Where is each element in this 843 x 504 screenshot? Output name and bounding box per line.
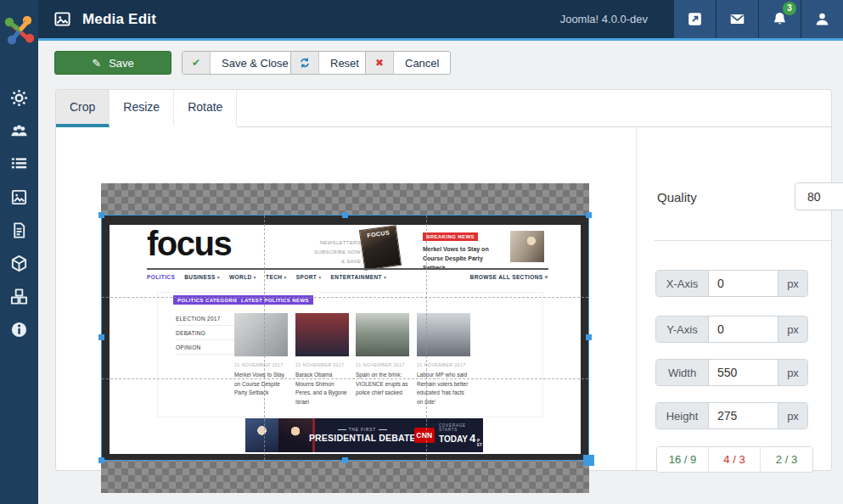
- sidebar-item-content[interactable]: [0, 214, 38, 247]
- rule-of-thirds-line: [102, 378, 588, 379]
- close-icon: ✖: [366, 52, 394, 74]
- list-icon: [10, 155, 28, 173]
- height-field: Height px: [655, 402, 808, 429]
- edit-tabs: Crop Resize Rotate: [56, 90, 831, 127]
- y-axis-unit: px: [778, 316, 807, 342]
- rule-of-thirds-line: [102, 297, 588, 298]
- cancel-button[interactable]: ✖ Cancel: [365, 51, 451, 75]
- section-divider: [655, 240, 831, 241]
- tab-resize[interactable]: Resize: [110, 90, 174, 127]
- external-link-icon: [687, 11, 703, 27]
- panel-divider: [636, 128, 637, 470]
- media-image-icon: [53, 10, 71, 28]
- crop-handle-se[interactable]: [583, 455, 594, 466]
- ratio-4-3-button[interactable]: 4 / 3: [709, 447, 761, 472]
- info-icon: [10, 321, 28, 339]
- height-unit: px: [778, 403, 807, 428]
- topbar-accent-line: [38, 38, 843, 41]
- crop-handle-n[interactable]: [342, 212, 348, 218]
- ratio-16-9-button[interactable]: 16 / 9: [657, 447, 709, 472]
- page-title: Media Edit: [82, 11, 156, 28]
- ratio-2-3-button[interactable]: 2 / 3: [761, 447, 812, 472]
- crop-handle-s[interactable]: [342, 457, 348, 463]
- image-file-icon: [10, 188, 28, 206]
- cancel-label: Cancel: [394, 52, 450, 74]
- y-axis-label: Y-Axis: [656, 316, 709, 342]
- x-axis-input[interactable]: [709, 271, 778, 296]
- sidebar-item-components[interactable]: [0, 247, 38, 280]
- user-menu-button[interactable]: [801, 0, 843, 38]
- y-axis-input[interactable]: [709, 316, 778, 342]
- sidebar-item-extensions[interactable]: [0, 280, 38, 313]
- pencil-icon: ✎: [92, 57, 101, 70]
- users-icon: [10, 122, 28, 140]
- width-label: Width: [656, 360, 709, 385]
- y-axis-field: Y-Axis px: [655, 316, 808, 343]
- cubes-icon: [10, 288, 28, 305]
- crop-handle-ne[interactable]: [586, 212, 592, 218]
- envelope-icon: [729, 11, 745, 27]
- save-and-close-button[interactable]: ✔ Save & Close: [182, 51, 301, 75]
- transparency-checkerboard: focus NEWSLETTERS SUBSCRIBE NOW & SAVE F…: [101, 183, 589, 493]
- save-button-label: Save: [109, 57, 134, 70]
- sidebar-item-users[interactable]: [0, 115, 38, 148]
- refresh-icon: [291, 52, 319, 74]
- sidebar-item-system-info[interactable]: [0, 313, 38, 346]
- tab-crop[interactable]: Crop: [56, 90, 110, 127]
- notification-count-badge: 3: [783, 2, 796, 15]
- tab-rotate[interactable]: Rotate: [174, 90, 237, 127]
- gear-icon: [10, 89, 28, 107]
- site-preview-button[interactable]: [673, 0, 716, 38]
- crop-handle-nw[interactable]: [98, 212, 104, 218]
- sidebar-item-menus[interactable]: [0, 148, 38, 181]
- width-field: Width px: [655, 359, 808, 386]
- sidebar-item-settings[interactable]: [0, 81, 38, 115]
- crop-selection-box[interactable]: [101, 215, 589, 461]
- quality-input[interactable]: [795, 182, 843, 210]
- rule-of-thirds-line: [426, 216, 427, 460]
- crop-tab-panel: focus NEWSLETTERS SUBSCRIBE NOW & SAVE F…: [56, 128, 831, 470]
- save-button[interactable]: ✎ Save: [54, 51, 171, 75]
- crop-handle-w[interactable]: [98, 334, 104, 340]
- joomla-logo-icon: [1, 12, 38, 49]
- crop-handle-sw[interactable]: [98, 457, 104, 463]
- user-icon: [814, 11, 830, 27]
- x-axis-label: X-Axis: [656, 271, 709, 296]
- document-icon: [10, 221, 28, 239]
- media-edit-card: Crop Resize Rotate focus NEWSLETTERS SUB…: [55, 89, 832, 471]
- width-unit: px: [778, 360, 807, 385]
- sidebar-item-media[interactable]: [0, 181, 38, 214]
- save-and-close-label: Save & Close: [211, 52, 300, 74]
- x-axis-unit: px: [778, 271, 807, 296]
- admin-sidebar: [0, 0, 38, 504]
- messages-button[interactable]: [716, 0, 758, 38]
- width-input[interactable]: [709, 360, 778, 385]
- height-input[interactable]: [709, 403, 778, 428]
- sidebar-icon-nav: [0, 81, 38, 346]
- quality-label: Quality: [657, 190, 697, 204]
- aspect-ratio-group: 16 / 9 4 / 3 2 / 3: [656, 446, 813, 473]
- x-axis-field: X-Axis px: [655, 270, 808, 297]
- rule-of-thirds-line: [264, 216, 265, 460]
- topbar-actions: 3: [673, 0, 843, 38]
- media-edit-screen: Media Edit Joomla! 4.0.0-dev 3: [0, 0, 843, 504]
- notifications-button[interactable]: 3: [758, 0, 801, 38]
- reset-button[interactable]: Reset: [290, 51, 371, 75]
- joomla-version-label: Joomla! 4.0.0-dev: [560, 0, 648, 38]
- height-label: Height: [656, 403, 709, 428]
- crop-handle-e[interactable]: [586, 334, 592, 340]
- cube-icon: [10, 255, 28, 272]
- check-icon: ✔: [183, 52, 211, 74]
- reset-label: Reset: [319, 52, 370, 74]
